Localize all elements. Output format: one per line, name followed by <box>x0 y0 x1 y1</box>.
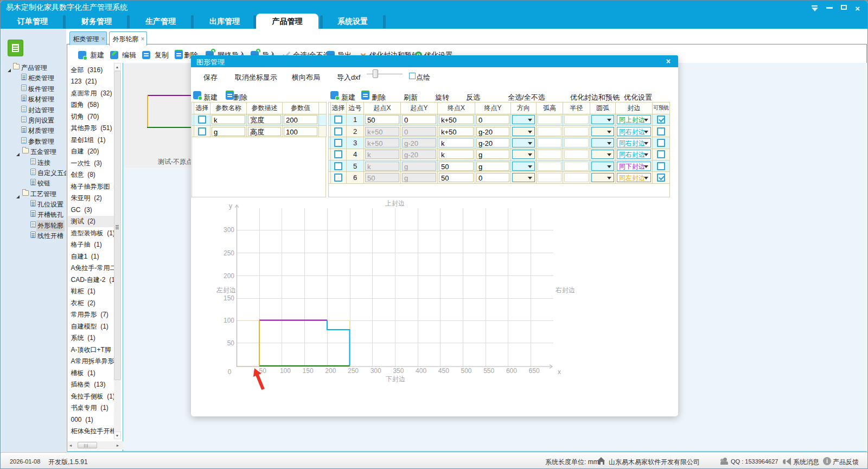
svg-text:250: 250 <box>348 367 359 375</box>
svg-text:上封边: 上封边 <box>385 200 405 207</box>
svg-text:200: 200 <box>325 367 336 375</box>
svg-text:550: 550 <box>483 367 494 375</box>
svg-text:650: 650 <box>529 367 540 375</box>
svg-text:100: 100 <box>224 317 234 324</box>
svg-text:450: 450 <box>438 367 449 375</box>
svg-text:50: 50 <box>227 339 235 347</box>
svg-text:600: 600 <box>506 367 517 375</box>
svg-text:500: 500 <box>461 367 471 375</box>
svg-text:0: 0 <box>228 368 232 376</box>
svg-text:100: 100 <box>280 367 291 375</box>
svg-text:左封边: 左封边 <box>216 286 236 294</box>
svg-text:250: 250 <box>224 249 234 257</box>
svg-text:右封边: 右封边 <box>555 286 575 294</box>
svg-text:y: y <box>229 202 232 210</box>
svg-text:350: 350 <box>393 367 404 375</box>
svg-text:400: 400 <box>416 367 426 375</box>
svg-text:300: 300 <box>371 367 381 375</box>
svg-text:150: 150 <box>303 367 314 375</box>
svg-text:150: 150 <box>224 294 234 302</box>
svg-text:x: x <box>558 368 561 376</box>
svg-text:下封边: 下封边 <box>386 375 405 383</box>
svg-text:300: 300 <box>224 226 234 234</box>
svg-text:200: 200 <box>224 272 234 280</box>
